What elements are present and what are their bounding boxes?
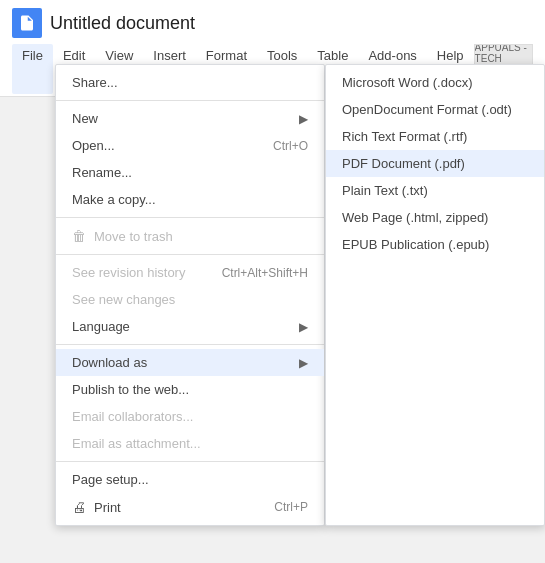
download-submenu: Microsoft Word (.docx) OpenDocument Form… [325,64,545,526]
menu-print[interactable]: 🖨 Print Ctrl+P [56,493,324,521]
file-dropdown: Share... New ▶ Open... Ctrl+O Rename... … [55,64,325,526]
menu-rename[interactable]: Rename... [56,159,324,186]
menu-see-changes: See new changes [56,286,324,313]
menu-make-copy[interactable]: Make a copy... [56,186,324,213]
submenu-pdf[interactable]: PDF Document (.pdf) [326,150,544,177]
new-arrow-icon: ▶ [299,112,308,126]
submenu-rtf[interactable]: Rich Text Format (.rtf) [326,123,544,150]
menu-share[interactable]: Share... [56,69,324,96]
docs-svg-icon [18,14,36,32]
menu-page-setup[interactable]: Page setup... [56,466,324,493]
language-arrow-icon: ▶ [299,320,308,334]
submenu-txt[interactable]: Plain Text (.txt) [326,177,544,204]
menu-language[interactable]: Language ▶ [56,313,324,340]
trash-icon: 🗑 [72,228,86,244]
app-icon [12,8,42,38]
menu-revision-history: See revision history Ctrl+Alt+Shift+H [56,259,324,286]
menu-open[interactable]: Open... Ctrl+O [56,132,324,159]
divider-2 [56,217,324,218]
divider-3 [56,254,324,255]
dropdown-container: Share... New ▶ Open... Ctrl+O Rename... … [55,64,545,526]
submenu-docx[interactable]: Microsoft Word (.docx) [326,69,544,96]
divider-1 [56,100,324,101]
menu-publish[interactable]: Publish to the web... [56,376,324,403]
menu-new[interactable]: New ▶ [56,105,324,132]
divider-4 [56,344,324,345]
submenu-odt[interactable]: OpenDocument Format (.odt) [326,96,544,123]
menu-file[interactable]: File [12,44,53,94]
divider-5 [56,461,324,462]
doc-title: Untitled document [50,13,195,34]
submenu-epub[interactable]: EPUB Publication (.epub) [326,231,544,258]
submenu-html[interactable]: Web Page (.html, zipped) [326,204,544,231]
menu-download-as[interactable]: Download as ▶ [56,349,324,376]
title-row: Untitled document [12,8,533,38]
menu-move-trash: 🗑 Move to trash [56,222,324,250]
menu-email-collaborators: Email collaborators... [56,403,324,430]
printer-icon: 🖨 [72,499,86,515]
download-arrow-icon: ▶ [299,356,308,370]
menu-email-attachment: Email as attachment... [56,430,324,457]
